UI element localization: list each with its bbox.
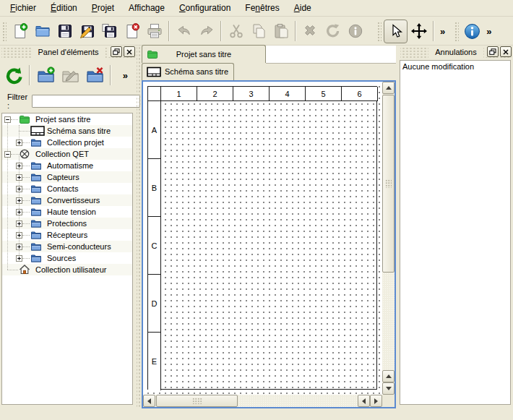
print-button[interactable] (143, 20, 165, 43)
undo-history-item[interactable]: Aucune modification (400, 61, 510, 73)
edit-folder-button[interactable] (58, 62, 82, 88)
tree-expander[interactable] (16, 197, 22, 203)
dock-float-button[interactable] (487, 46, 499, 57)
arrow-down-icon (386, 387, 392, 390)
tree-expander[interactable] (16, 243, 22, 249)
scroll-right-button[interactable] (370, 395, 382, 407)
new-document-button[interactable] (9, 20, 31, 43)
rotate-button[interactable] (322, 20, 344, 43)
save-all-button[interactable] (98, 20, 121, 43)
menu-edition[interactable]: Édition (43, 1, 85, 15)
tree-connector (22, 166, 30, 166)
tree-expander[interactable] (16, 185, 22, 192)
tree-expander[interactable] (4, 150, 11, 157)
column-header-5: 5 (306, 87, 342, 101)
print-icon (146, 22, 163, 40)
save-button[interactable] (53, 20, 76, 43)
tree-connector (11, 154, 18, 155)
tree-item-collection-projet[interactable]: Collection projet (2, 137, 132, 148)
menu-affichage[interactable]: Affichage (121, 1, 172, 15)
new-folder-button[interactable] (33, 62, 58, 88)
tree-expander[interactable] (16, 173, 22, 180)
horizontal-scrollbar[interactable] (143, 395, 382, 407)
tree-item-label: Collection utilisateur (35, 264, 106, 275)
tree-item-recepteurs[interactable]: Récepteurs (2, 229, 132, 241)
delete-folder-button[interactable] (82, 62, 107, 88)
save-as-button[interactable] (76, 20, 98, 43)
tree-expander[interactable] (16, 208, 22, 215)
undo-history-list: Aucune modification (400, 60, 511, 405)
schema-tab[interactable]: Schéma sans titre (142, 63, 234, 80)
tree-expander[interactable] (16, 162, 22, 168)
arrow-left-icon (362, 398, 366, 404)
tree-item-collection-utilisateur[interactable]: Collection utilisateur (2, 264, 132, 275)
scroll-up-button-2[interactable] (382, 370, 395, 382)
tree-expander[interactable] (16, 231, 22, 238)
scroll-up-button[interactable] (382, 82, 395, 94)
open-project-button[interactable] (31, 20, 53, 43)
tree-item-haute-tension[interactable]: Haute tension (2, 206, 132, 218)
vertical-scrollbar[interactable] (382, 82, 395, 395)
element-information-button[interactable] (344, 20, 366, 43)
save-all-icon (101, 22, 118, 40)
tree-item-schema-sans-titre[interactable]: Schéma sans titre (2, 125, 132, 137)
menu-configuration[interactable]: Configuration (172, 1, 238, 15)
menu-bar: FichierÉditionProjetAffichageConfigurati… (0, 0, 513, 17)
tree-item-projet-sans-titre[interactable]: Projet sans titre (2, 113, 132, 125)
dock-close-button[interactable] (124, 46, 135, 57)
move-view-button[interactable] (408, 20, 430, 43)
dock-splitter-left[interactable] (137, 45, 142, 408)
scroll-left-button[interactable] (143, 395, 155, 407)
menu-projet[interactable]: Projet (85, 1, 121, 15)
tree-expander[interactable] (16, 254, 22, 261)
tree-item-capteurs[interactable]: Capteurs (2, 171, 132, 183)
dock-float-button[interactable] (111, 46, 122, 57)
tree-expander[interactable] (16, 220, 22, 226)
menu-aide[interactable]: Aide (287, 1, 319, 15)
about-element-button[interactable] (461, 20, 483, 43)
tree-expander[interactable] (16, 139, 22, 145)
tree-item-contacts[interactable]: Contacts (2, 183, 132, 194)
filter-input[interactable] (32, 95, 140, 108)
tree-item-protections[interactable]: Protections (2, 218, 132, 229)
paste-button[interactable] (270, 20, 292, 43)
menu-fichier[interactable]: Fichier (3, 1, 43, 15)
toolbar-grip[interactable] (1, 21, 7, 41)
undo-dock-titlebar[interactable]: Annulations (400, 46, 512, 59)
cut-button[interactable] (225, 20, 247, 43)
menu-fenetres[interactable]: Fenêtres (238, 1, 286, 15)
scroll-down-button[interactable] (382, 382, 395, 395)
tree-item-collection-qet[interactable]: Collection QET (2, 148, 132, 160)
undo-button[interactable] (173, 20, 195, 43)
tree-item-semi-conducteurs[interactable]: Semi-conducteurs (2, 241, 132, 252)
toolbar-overflow-chevron[interactable]: » (483, 26, 494, 37)
folder-icon (30, 171, 42, 183)
reload-collections-button[interactable] (1, 62, 26, 88)
diagram-canvas[interactable]: 123456 ABCDE (143, 82, 382, 395)
elements-panel-titlebar[interactable]: Panel d'éléments (1, 46, 135, 59)
folder-icon (30, 229, 42, 241)
row-header-A: A (148, 101, 161, 159)
dock-close-button[interactable] (500, 46, 512, 57)
project-tab[interactable]: Projet sans titre (142, 45, 266, 63)
tree-item-automatisme[interactable]: Automatisme (2, 160, 132, 171)
cut-icon (228, 22, 245, 40)
scroll-left-button-2[interactable] (358, 395, 370, 407)
tree-expander[interactable] (4, 116, 11, 122)
close-document-button[interactable] (121, 20, 143, 43)
toolbar-grip[interactable] (454, 21, 459, 41)
redo-button[interactable] (195, 20, 217, 43)
horizontal-scroll-thumb[interactable] (156, 395, 238, 407)
panel-overflow-chevron[interactable]: » (120, 70, 131, 81)
vertical-scroll-thumb[interactable] (382, 95, 395, 273)
close-document-icon (124, 22, 141, 40)
tree-item-convertisseurs[interactable]: Convertisseurs (2, 194, 132, 206)
copy-button[interactable] (247, 20, 270, 43)
select-pointer-button[interactable] (384, 20, 408, 43)
delete-button[interactable] (299, 20, 322, 43)
toolbar-overflow-chevron[interactable]: » (437, 26, 448, 37)
tree-item-sources[interactable]: Sources (2, 252, 132, 264)
tree-item-label: Collection projet (47, 137, 104, 148)
toolbar-grip[interactable] (376, 21, 381, 41)
home-icon (19, 264, 30, 275)
